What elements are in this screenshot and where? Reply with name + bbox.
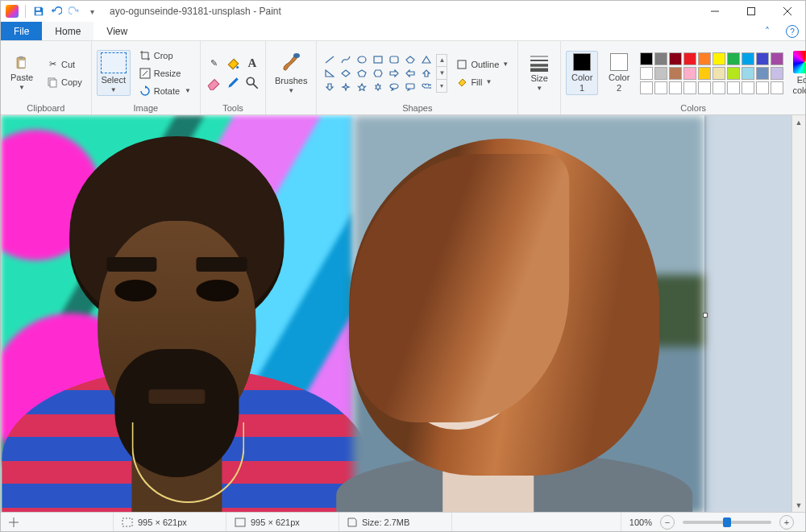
shape-diamond[interactable] (339, 68, 352, 79)
color-swatch[interactable] (683, 81, 696, 94)
shape-rect[interactable] (372, 54, 384, 65)
color-swatch[interactable] (713, 67, 725, 80)
color-swatch[interactable] (683, 52, 696, 65)
zoom-out-button[interactable]: − (660, 515, 675, 530)
picker-tool[interactable] (225, 75, 241, 91)
minimize-button[interactable] (696, 1, 733, 22)
shape-fill-button[interactable]: Fill▼ (452, 74, 513, 90)
color-swatch[interactable] (713, 52, 725, 65)
resize-handle-right[interactable] (703, 313, 708, 318)
scrollbar-track[interactable] (792, 129, 805, 498)
text-tool[interactable]: A (244, 56, 260, 72)
vertical-scrollbar[interactable]: ▲ ▼ (791, 115, 805, 512)
color-swatch[interactable] (771, 52, 783, 65)
color-swatch[interactable] (698, 67, 711, 80)
shape-pentagon[interactable] (355, 68, 368, 79)
shape-callout-round[interactable] (388, 81, 401, 93)
shape-line[interactable] (323, 54, 336, 65)
shape-arrow-right[interactable] (388, 68, 401, 79)
shape-curve[interactable] (339, 54, 352, 65)
color-swatch[interactable] (742, 67, 754, 80)
color-swatch[interactable] (742, 81, 754, 94)
rotate-button[interactable]: Rotate▼ (135, 83, 195, 99)
color-swatch[interactable] (669, 67, 682, 80)
tab-view[interactable]: View (93, 22, 140, 40)
color-swatch[interactable] (771, 67, 783, 80)
canvas-scroll-area[interactable] (1, 115, 791, 512)
size-button[interactable]: Size ▼ (523, 52, 555, 94)
scroll-down-icon[interactable]: ▼ (437, 67, 447, 80)
shape-roundrect[interactable] (388, 54, 401, 65)
shape-star5[interactable] (355, 81, 368, 93)
scroll-up-icon[interactable]: ▲ (792, 115, 805, 129)
color2-button[interactable]: Color 2 (603, 51, 635, 94)
shape-triangle[interactable] (420, 54, 433, 65)
shape-arrow-up[interactable] (420, 68, 433, 79)
shape-right-triangle[interactable] (323, 68, 336, 79)
shape-arrow-left[interactable] (404, 68, 417, 79)
scroll-down-icon[interactable]: ▼ (792, 498, 805, 512)
color-swatch[interactable] (683, 67, 696, 80)
copy-button[interactable]: Copy (43, 74, 86, 90)
pencil-tool[interactable]: ✎ (206, 56, 222, 72)
crop-button[interactable]: Crop (135, 48, 195, 64)
ribbon-collapse-icon[interactable]: ˄ (755, 22, 779, 40)
shape-hexagon[interactable] (372, 68, 384, 79)
color-swatch[interactable] (698, 81, 711, 94)
color-swatch[interactable] (654, 81, 667, 94)
shape-callout-rect[interactable] (404, 81, 417, 93)
zoom-slider-thumb[interactable] (723, 517, 731, 527)
canvas[interactable] (1, 115, 704, 512)
tab-file[interactable]: File (1, 22, 42, 40)
shapes-gallery[interactable] (322, 54, 434, 93)
color-swatch[interactable] (654, 67, 667, 80)
undo-icon[interactable] (50, 5, 63, 18)
color-swatch[interactable] (669, 52, 682, 65)
select-button[interactable]: Select ▼ (97, 50, 131, 96)
zoom-slider[interactable] (683, 521, 771, 524)
paste-button[interactable]: Paste ▼ (6, 52, 38, 94)
color-swatch[interactable] (756, 81, 769, 94)
shape-polygon[interactable] (404, 54, 417, 65)
color-swatch[interactable] (654, 52, 667, 65)
color-swatch[interactable] (640, 52, 653, 65)
color-swatch[interactable] (698, 52, 711, 65)
shape-oval[interactable] (355, 54, 368, 65)
color-swatch[interactable] (727, 81, 740, 94)
maximize-button[interactable] (733, 1, 769, 22)
redo-icon[interactable] (68, 5, 81, 18)
color-swatch[interactable] (742, 52, 754, 65)
resize-button[interactable]: Resize (135, 65, 195, 81)
help-icon[interactable]: ? (786, 25, 799, 38)
eraser-tool[interactable] (206, 75, 222, 91)
color-swatch[interactable] (771, 81, 783, 94)
save-icon[interactable] (32, 5, 45, 18)
qat-customize-icon[interactable]: ▾ (85, 5, 98, 18)
tab-home[interactable]: Home (42, 22, 93, 40)
shape-arrow-down[interactable] (323, 81, 336, 93)
zoom-tool[interactable] (244, 75, 260, 91)
color-swatch[interactable] (756, 52, 769, 65)
shape-outline-button[interactable]: Outline▼ (452, 56, 513, 73)
edit-colors-button[interactable]: Edit colors (788, 48, 806, 97)
color-swatch[interactable] (727, 67, 740, 80)
scroll-up-icon[interactable]: ▲ (437, 55, 447, 68)
brushes-button[interactable]: Brushes ▼ (271, 49, 311, 97)
shape-star6[interactable] (372, 81, 384, 93)
shape-callout-cloud[interactable] (420, 81, 433, 93)
fill-tool[interactable] (225, 56, 241, 72)
color-swatch[interactable] (713, 81, 725, 94)
shape-star4[interactable] (339, 81, 352, 93)
color-swatch[interactable] (727, 52, 740, 65)
color-swatch[interactable] (756, 67, 769, 80)
shapes-gallery-scroll[interactable]: ▲▼▾ (436, 54, 447, 93)
close-button[interactable] (769, 1, 805, 22)
cut-button[interactable]: ✂Cut (43, 56, 86, 73)
gallery-expand-icon[interactable]: ▾ (437, 80, 447, 92)
color-swatch[interactable] (640, 81, 653, 94)
zoom-in-button[interactable]: + (779, 515, 794, 530)
color-swatch[interactable] (640, 67, 653, 80)
color1-button[interactable]: Color 1 (566, 51, 598, 94)
color-swatch[interactable] (669, 81, 682, 94)
svg-rect-38 (235, 518, 245, 526)
